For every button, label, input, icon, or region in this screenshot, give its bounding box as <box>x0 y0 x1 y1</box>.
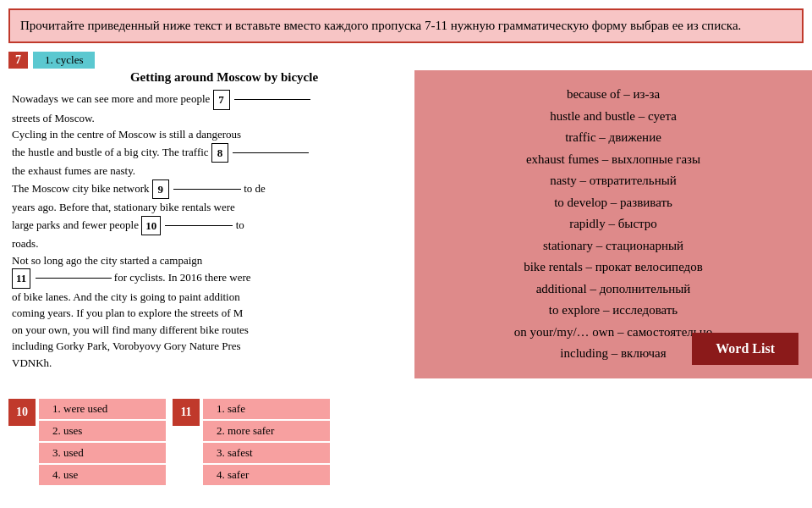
word-list-item-5: to develop – развивать <box>431 192 795 214</box>
blank-10: 10 <box>141 216 161 236</box>
answer-group-10: 10 1. were used 2. uses 3. used 4. use <box>8 399 166 485</box>
choice-11-4[interactable]: 4. safer <box>203 465 330 485</box>
blank-8: 8 <box>211 143 228 163</box>
choice-10-4[interactable]: 4. use <box>39 465 166 485</box>
choices-10: 1. were used 2. uses 3. used 4. use <box>39 399 166 485</box>
choice-11-3[interactable]: 3. safest <box>203 443 330 463</box>
choice-11-1[interactable]: 1. safe <box>203 399 330 419</box>
choice-11-2[interactable]: 2. more safer <box>203 421 330 441</box>
answer-group-11: 11 1. safe 2. more safer 3. safest 4. sa… <box>173 399 330 485</box>
blank-9: 9 <box>152 179 169 200</box>
word-list-item-7: stationary – стационарный <box>431 235 795 257</box>
instruction-text: Прочитайте приведенный ниже текст и вста… <box>20 19 741 32</box>
article-body: Nowadays we can see more and more people… <box>12 90 436 371</box>
text-column: Getting around Moscow by bicycle Nowaday… <box>8 70 440 485</box>
word-list-item-9: additional – дополнительный <box>431 279 795 301</box>
word-list-overlay: because of – из-за hustle and bustle – с… <box>414 70 812 378</box>
choice-10-3[interactable]: 3. used <box>39 443 166 463</box>
question-num-10: 10 <box>8 399 36 426</box>
word-list-item-3: exhaust fumes – выхлопные газы <box>431 149 795 171</box>
article-title: Getting around Moscow by bicycle <box>12 70 436 85</box>
word-list-item-8: bike rentals – прокат велосипедов <box>431 257 795 279</box>
blank-11: 11 <box>12 268 30 289</box>
choice-10-2[interactable]: 2. uses <box>39 421 166 441</box>
question-number-badge-7: 7 <box>8 52 28 69</box>
word-list-button[interactable]: Word List <box>692 333 798 365</box>
choice-10-1[interactable]: 1. were used <box>39 399 166 419</box>
instruction-banner: Прочитайте приведенный ниже текст и вста… <box>8 8 804 43</box>
word-list-item-10: to explore – исследовать <box>431 300 795 322</box>
answer-tab-label: 1. cycles <box>33 52 95 69</box>
word-list-item-2: traffic – движение <box>431 127 795 149</box>
word-list-item-4: nasty – отвратительный <box>431 170 795 192</box>
choices-11: 1. safe 2. more safer 3. safest 4. safer <box>203 399 330 485</box>
word-list-item-0: because of – из-за <box>431 84 795 106</box>
question-num-11: 11 <box>173 399 200 426</box>
word-list-item-1: hustle and bustle – суета <box>431 106 795 128</box>
blank-7: 7 <box>213 90 230 110</box>
word-list-item-6: rapidly – быстро <box>431 213 795 235</box>
